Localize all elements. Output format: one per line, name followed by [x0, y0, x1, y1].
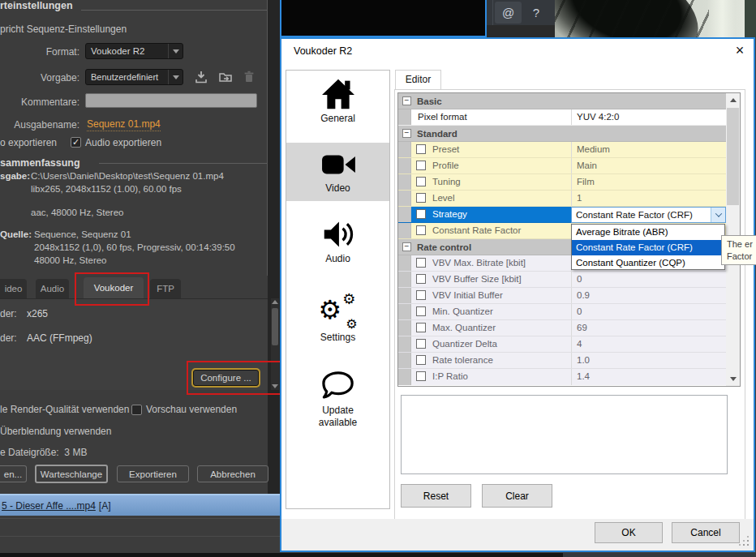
- dropdown-option-cqp[interactable]: Constant Quantizer (CQP): [572, 255, 724, 271]
- audio-encoder-value: AAC (FFmpeg): [27, 332, 92, 344]
- level-checkbox[interactable]: [416, 193, 426, 203]
- property-row-min-quantizer[interactable]: Min. Quantizer 0: [398, 304, 726, 320]
- summary-output-audio: aac, 48000 Hz, Stereo: [31, 208, 123, 217]
- vbv-buffer-size-checkbox[interactable]: [416, 274, 426, 284]
- help-button[interactable]: ?: [525, 2, 548, 24]
- preset-dropdown[interactable]: Benutzerdefiniert: [85, 69, 183, 85]
- chevron-down-icon[interactable]: [168, 70, 183, 84]
- sidebar-item-label: Update available: [309, 405, 367, 429]
- vbv-initial-buffer-checkbox[interactable]: [416, 290, 426, 300]
- scroll-up-icon[interactable]: [726, 93, 740, 107]
- sidebar-item-label: Settings: [320, 332, 355, 344]
- tab-label: FTP: [157, 284, 174, 293]
- speaker-icon: [320, 218, 356, 251]
- sidebar-item-video[interactable]: Video: [286, 143, 389, 201]
- quantizer-delta-checkbox[interactable]: [416, 339, 426, 349]
- strategy-combobox[interactable]: Constant Rate Factor (CRF): [571, 207, 726, 223]
- chevron-down-icon[interactable]: [711, 208, 725, 222]
- sidebar-item-audio[interactable]: Audio: [286, 212, 389, 271]
- save-preset-icon[interactable]: [194, 70, 208, 84]
- tab-audio[interactable]: Audio: [36, 279, 69, 298]
- delete-preset-icon[interactable]: [242, 70, 256, 84]
- export-button[interactable]: Exportieren: [117, 465, 189, 482]
- rate-tolerance-checkbox[interactable]: [416, 355, 426, 365]
- sidebar-item-settings[interactable]: ⚙ ⚙ ⚙ Settings: [286, 289, 389, 350]
- min-quantizer-checkbox[interactable]: [416, 306, 426, 316]
- property-row-profile[interactable]: Profile Main: [398, 158, 726, 174]
- tab-ftp[interactable]: FTP: [150, 279, 181, 298]
- strategy-dropdown-list: Average Bitrate (ABR) Constant Rate Fact…: [571, 224, 725, 270]
- property-row-ip-ratio[interactable]: I:P Ratio 1.4: [398, 369, 726, 385]
- scroll-up-icon[interactable]: [272, 300, 278, 304]
- queue-item-row[interactable]: 5 - Dieser Affe ....mp4 [A]: [0, 494, 281, 516]
- sidebar-item-update[interactable]: Update available: [286, 363, 389, 435]
- ip-ratio-checkbox[interactable]: [416, 371, 426, 381]
- home-icon: [320, 78, 356, 110]
- at-icon: @: [502, 6, 514, 19]
- crf-checkbox[interactable]: [416, 225, 426, 235]
- property-row-max-quantizer[interactable]: Max. Quantizer 69: [398, 320, 726, 336]
- clear-button[interactable]: Clear: [482, 484, 552, 508]
- output-name-label: Ausgabename:: [0, 119, 79, 131]
- format-dropdown[interactable]: Voukoder R2: [85, 43, 183, 59]
- max-quantizer-checkbox[interactable]: [416, 323, 426, 332]
- property-row-vbv-buffer-size[interactable]: VBV Buffer Size [kbit] 0: [398, 272, 726, 288]
- property-value: 1: [571, 191, 726, 206]
- comments-input[interactable]: [85, 93, 257, 108]
- property-row-vbv-initial-buffer[interactable]: VBV Initial Buffer 0.9: [398, 288, 726, 304]
- property-row-preset[interactable]: Preset Medium: [398, 142, 726, 158]
- profile-checkbox[interactable]: [416, 161, 426, 170]
- strategy-checkbox[interactable]: [416, 209, 426, 219]
- collapse-icon[interactable]: −: [402, 96, 411, 105]
- mention-button[interactable]: @: [495, 2, 522, 24]
- reset-button[interactable]: Reset: [401, 484, 471, 508]
- export-audio-checkbox[interactable]: ✓: [71, 137, 81, 148]
- help-icon: ?: [533, 6, 539, 19]
- cancel-button[interactable]: Cancel: [672, 522, 740, 543]
- screenshot-root: rteinstellungen pricht Sequenz-Einstellu…: [0, 0, 756, 557]
- scroll-down-icon[interactable]: [726, 372, 740, 386]
- row-gutter: [398, 109, 411, 125]
- vbv-max-bitrate-checkbox[interactable]: [416, 258, 426, 268]
- scrollbar-thumb[interactable]: [272, 308, 278, 345]
- property-row-quantizer-delta[interactable]: Quantizer Delta 4: [398, 336, 726, 353]
- use-preview-checkbox[interactable]: [131, 405, 142, 415]
- property-label: Level: [426, 191, 571, 206]
- close-button[interactable]: ×: [728, 41, 751, 60]
- sidebar-item-general[interactable]: General: [286, 72, 389, 131]
- resize-grip[interactable]: [739, 536, 750, 547]
- collapse-icon[interactable]: −: [402, 129, 411, 138]
- property-row-pixel-format[interactable]: Pixel format YUV 4:2:0: [398, 109, 726, 126]
- close-icon: ×: [736, 42, 745, 59]
- preset-checkbox[interactable]: [416, 144, 426, 154]
- queue-button[interactable]: Warteschlange: [35, 465, 108, 483]
- metadata-button[interactable]: en...: [0, 465, 27, 482]
- scrollbar-thumb[interactable]: [727, 108, 739, 205]
- row-gutter: [398, 336, 411, 352]
- tuning-checkbox[interactable]: [416, 177, 426, 186]
- tab-editor[interactable]: Editor: [395, 70, 441, 90]
- format-dropdown-value: Voukoder R2: [86, 46, 168, 56]
- row-gutter: [398, 353, 411, 368]
- divider: [99, 163, 267, 164]
- dropdown-option-crf[interactable]: Constant Rate Factor (CRF): [572, 240, 724, 255]
- collapse-icon[interactable]: −: [402, 242, 411, 251]
- category-row-standard[interactable]: − Standard: [398, 126, 726, 142]
- cancel-export-button[interactable]: Abbrechen: [197, 465, 268, 482]
- property-row-rate-tolerance[interactable]: Rate tolerance 1.0: [398, 353, 726, 369]
- tab-video[interactable]: ideo: [0, 279, 27, 298]
- property-row-level[interactable]: Level 1: [398, 191, 726, 207]
- ok-button[interactable]: OK: [595, 522, 663, 543]
- summary-title: sammenfassung: [0, 157, 80, 169]
- dropdown-option-abr[interactable]: Average Bitrate (ABR): [572, 225, 724, 240]
- property-value: 1.4: [571, 369, 726, 385]
- property-label: Quantizer Delta: [426, 336, 571, 352]
- property-label: Tuning: [426, 174, 571, 190]
- category-row-basic[interactable]: − Basic: [398, 93, 726, 109]
- output-name-link[interactable]: Sequenz 01.mp4: [87, 118, 161, 131]
- property-value: 0.9: [571, 288, 726, 303]
- chevron-down-icon[interactable]: [168, 44, 183, 58]
- property-row-tuning[interactable]: Tuning Film: [398, 174, 726, 191]
- import-preset-icon[interactable]: [218, 70, 233, 84]
- command-preview-box[interactable]: [401, 395, 728, 474]
